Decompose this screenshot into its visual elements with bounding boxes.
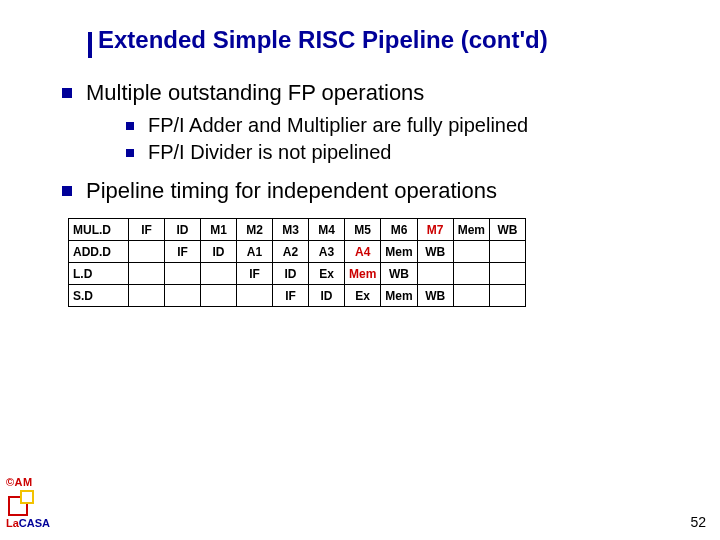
lacasa-label: LaCASA <box>6 518 50 530</box>
pipeline-table: MUL.DIFIDM1M2M3M4M5M6M7MemWBADD.DIFIDA1A… <box>68 218 692 307</box>
table-cell: Mem <box>453 219 489 241</box>
table-row: ADD.DIFIDA1A2A3A4MemWB <box>69 241 526 263</box>
square-bullet-icon <box>62 88 72 98</box>
table-cell: ID <box>273 263 309 285</box>
table-cell <box>201 263 237 285</box>
table-cell: ID <box>201 241 237 263</box>
bullet-1: Multiple outstanding FP operations <box>62 80 692 106</box>
table-cell: A3 <box>309 241 345 263</box>
table-cell: Ex <box>309 263 345 285</box>
lacasa-part-la: La <box>6 517 19 529</box>
square-bullet-icon <box>126 122 134 130</box>
slide: Extended Simple RISC Pipeline (cont'd) M… <box>0 0 720 540</box>
table-cell: Mem <box>345 263 381 285</box>
pipeline-table-element: MUL.DIFIDM1M2M3M4M5M6M7MemWBADD.DIFIDA1A… <box>68 218 526 307</box>
table-cell: M4 <box>309 219 345 241</box>
table-row-label: S.D <box>69 285 129 307</box>
lacasa-logo-icon <box>8 490 36 516</box>
table-cell: WB <box>490 219 526 241</box>
table-cell: M1 <box>201 219 237 241</box>
table-row: MUL.DIFIDM1M2M3M4M5M6M7MemWB <box>69 219 526 241</box>
table-cell: ID <box>309 285 345 307</box>
table-cell <box>201 285 237 307</box>
table-cell: WB <box>381 263 417 285</box>
table-row-label: L.D <box>69 263 129 285</box>
table-cell: A4 <box>345 241 381 263</box>
subbullet-1-1-text: FP/I Adder and Multiplier are fully pipe… <box>148 114 528 137</box>
table-cell <box>453 241 489 263</box>
square-bullet-icon <box>62 186 72 196</box>
table-cell <box>490 241 526 263</box>
table-cell: IF <box>273 285 309 307</box>
table-cell: A1 <box>237 241 273 263</box>
title-accent-bar <box>88 32 92 58</box>
table-cell <box>237 285 273 307</box>
bullet-2-text: Pipeline timing for independent operatio… <box>86 178 497 204</box>
slide-body: Multiple outstanding FP operations FP/I … <box>62 80 692 307</box>
table-cell: Mem <box>381 285 417 307</box>
table-cell <box>453 285 489 307</box>
copyright-am: ©AM <box>6 477 50 489</box>
table-cell: M6 <box>381 219 417 241</box>
table-cell <box>490 285 526 307</box>
page-number: 52 <box>690 514 706 530</box>
table-cell <box>129 263 165 285</box>
slide-title: Extended Simple RISC Pipeline (cont'd) <box>98 26 692 54</box>
table-cell: IF <box>237 263 273 285</box>
table-cell <box>165 263 201 285</box>
table-cell: M3 <box>273 219 309 241</box>
table-cell: IF <box>165 241 201 263</box>
subbullet-1-1: FP/I Adder and Multiplier are fully pipe… <box>126 114 692 137</box>
table-cell: WB <box>417 285 453 307</box>
square-bullet-icon <box>126 149 134 157</box>
table-cell: WB <box>417 241 453 263</box>
lacasa-part-casa: CASA <box>19 517 50 529</box>
subbullet-1-2: FP/I Divider is not pipelined <box>126 141 692 164</box>
bullet-1-text: Multiple outstanding FP operations <box>86 80 424 106</box>
table-row: L.DIFIDExMemWB <box>69 263 526 285</box>
table-cell: Ex <box>345 285 381 307</box>
subbullet-1-2-text: FP/I Divider is not pipelined <box>148 141 391 164</box>
table-cell: M7 <box>417 219 453 241</box>
table-cell: M2 <box>237 219 273 241</box>
table-cell: Mem <box>381 241 417 263</box>
table-cell <box>417 263 453 285</box>
table-cell: ID <box>165 219 201 241</box>
bullet-1-subitems: FP/I Adder and Multiplier are fully pipe… <box>126 114 692 164</box>
bullet-2: Pipeline timing for independent operatio… <box>62 178 692 204</box>
logo-yellow-square <box>20 490 34 504</box>
table-cell: M5 <box>345 219 381 241</box>
table-cell <box>129 241 165 263</box>
table-row: S.DIFIDExMemWB <box>69 285 526 307</box>
table-cell <box>490 263 526 285</box>
table-cell: A2 <box>273 241 309 263</box>
table-cell: IF <box>129 219 165 241</box>
title-block: Extended Simple RISC Pipeline (cont'd) <box>98 26 692 54</box>
table-row-label: MUL.D <box>69 219 129 241</box>
footer-branding: ©AM LaCASA <box>6 477 50 530</box>
table-row-label: ADD.D <box>69 241 129 263</box>
table-cell <box>453 263 489 285</box>
table-cell <box>129 285 165 307</box>
table-cell <box>165 285 201 307</box>
